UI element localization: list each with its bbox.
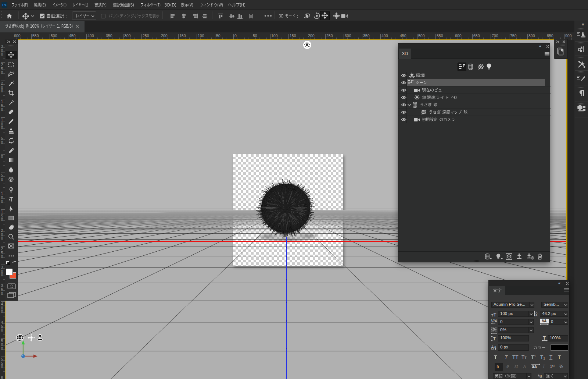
- svg-text:0: 0: [1, 177, 3, 181]
- svg-text:0: 0: [1, 107, 3, 111]
- svg-text:350: 350: [363, 33, 370, 38]
- svg-text:500: 500: [51, 33, 57, 38]
- svg-text:300: 300: [124, 33, 131, 38]
- svg-text:100: 100: [271, 33, 278, 38]
- svg-text:0: 0: [1, 346, 3, 351]
- svg-text:0: 0: [1, 155, 3, 159]
- svg-text:A: A: [535, 314, 538, 316]
- svg-text:500: 500: [418, 33, 425, 38]
- svg-text:0: 0: [1, 125, 3, 130]
- svg-text:850: 850: [547, 33, 553, 38]
- svg-text:0: 0: [1, 140, 3, 145]
- svg-text:0: 0: [234, 33, 237, 38]
- svg-text:0: 0: [1, 273, 3, 277]
- svg-text:650: 650: [473, 33, 480, 38]
- svg-text:0: 0: [1, 217, 3, 222]
- svg-text:0: 0: [1, 89, 3, 93]
- svg-text:0: 0: [1, 328, 3, 332]
- svg-text:0: 0: [1, 291, 3, 295]
- svg-text:600: 600: [14, 33, 21, 38]
- svg-text:450: 450: [400, 33, 406, 38]
- svg-text:200: 200: [308, 33, 315, 38]
- svg-text:400: 400: [381, 33, 388, 38]
- svg-text:400: 400: [87, 33, 94, 38]
- svg-text:700: 700: [492, 33, 498, 38]
- svg-text:0: 0: [1, 199, 3, 203]
- svg-text:250: 250: [143, 33, 149, 38]
- svg-text:350: 350: [106, 33, 112, 38]
- svg-text:550: 550: [437, 33, 443, 38]
- svg-text:50: 50: [216, 33, 220, 38]
- svg-text:T: T: [493, 336, 496, 341]
- svg-text:0: 0: [1, 236, 3, 240]
- svg-text:250: 250: [326, 33, 333, 38]
- svg-text:550: 550: [32, 33, 39, 38]
- svg-text:a: a: [494, 345, 496, 348]
- svg-text:300: 300: [345, 33, 351, 38]
- svg-text:450: 450: [69, 33, 76, 38]
- svg-text:0: 0: [1, 309, 3, 314]
- svg-text:0: 0: [1, 365, 3, 369]
- svg-text:0: 0: [1, 52, 3, 56]
- svg-text:100: 100: [198, 33, 204, 38]
- svg-text:A: A: [491, 345, 494, 350]
- svg-text:0: 0: [1, 70, 3, 75]
- svg-text:0: 0: [1, 254, 3, 259]
- svg-text:50: 50: [253, 33, 257, 38]
- svg-text:800: 800: [528, 33, 535, 38]
- svg-text:150: 150: [179, 33, 186, 38]
- svg-text:750: 750: [510, 33, 517, 38]
- svg-text:6: 6: [1, 375, 3, 379]
- svg-text:200: 200: [161, 33, 168, 38]
- svg-text:150: 150: [290, 33, 296, 38]
- svg-text:900: 900: [565, 33, 572, 38]
- svg-text:T: T: [543, 336, 546, 341]
- svg-text:600: 600: [455, 33, 462, 38]
